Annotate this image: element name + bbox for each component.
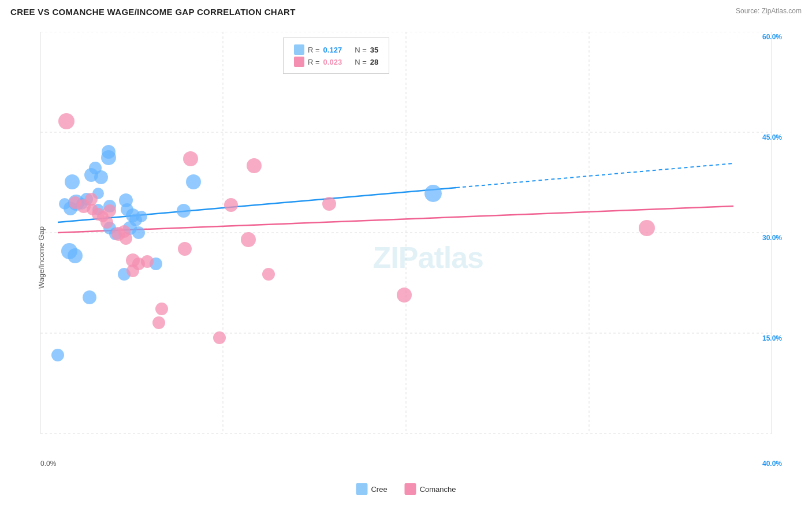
legend-box: R = 0.127 N = 35 R = 0.023 N = 28 (283, 38, 389, 74)
svg-point-52 (100, 216, 113, 229)
comanche-n-label: N = (355, 58, 367, 66)
legend-comanche-row: R = 0.023 N = 28 (294, 57, 378, 67)
svg-point-43 (51, 349, 64, 361)
cree-n-value: 35 (370, 46, 378, 54)
svg-line-11 (58, 206, 733, 233)
comanche-n-value: 28 (370, 58, 378, 66)
svg-point-62 (183, 151, 198, 166)
svg-line-12 (456, 163, 733, 188)
svg-point-67 (322, 197, 336, 211)
chart-title: CREE VS COMANCHE WAGE/INCOME GAP CORRELA… (10, 7, 296, 17)
legend-cree-row: R = 0.127 N = 35 (294, 44, 378, 55)
svg-point-69 (155, 303, 168, 315)
comanche-swatch (294, 57, 304, 67)
cree-r-value: 0.127 (323, 46, 342, 54)
cree-bottom-label: Cree (371, 485, 387, 494)
svg-point-60 (141, 255, 154, 268)
x-label-40: 40.0% (762, 460, 782, 468)
bottom-legend: Cree Comanche (356, 483, 456, 495)
svg-point-65 (247, 158, 262, 173)
svg-point-66 (262, 268, 275, 281)
svg-point-72 (639, 220, 655, 236)
x-label-0: 0.0% (40, 460, 56, 468)
chart-container: CREE VS COMANCHE WAGE/INCOME GAP CORRELA… (0, 0, 812, 515)
chart-svg (40, 32, 772, 447)
svg-point-48 (85, 193, 98, 206)
legend-cree-item: Cree (356, 483, 387, 495)
svg-point-23 (102, 145, 116, 159)
svg-point-31 (136, 211, 147, 222)
svg-point-35 (132, 226, 145, 239)
comanche-bottom-label: Comanche (420, 485, 456, 494)
svg-point-36 (177, 204, 191, 218)
source-text: Source: ZipAtlas.com (736, 7, 802, 15)
svg-point-61 (178, 242, 192, 256)
svg-point-63 (224, 198, 238, 212)
comanche-r-label: R = (308, 58, 320, 66)
svg-point-45 (58, 113, 75, 129)
svg-point-44 (424, 185, 442, 202)
svg-point-70 (152, 316, 165, 329)
svg-point-18 (65, 174, 80, 189)
svg-point-71 (213, 331, 226, 344)
svg-line-10 (58, 188, 456, 222)
cree-swatch (294, 44, 304, 55)
comanche-r-value: 0.023 (323, 58, 342, 66)
svg-point-64 (241, 232, 256, 247)
svg-point-42 (83, 290, 96, 304)
svg-point-53 (103, 204, 116, 217)
svg-point-56 (120, 232, 132, 245)
svg-point-39 (68, 248, 83, 263)
legend-comanche-item: Comanche (405, 483, 456, 495)
cree-n-label: N = (355, 46, 367, 54)
svg-point-37 (186, 174, 201, 189)
cree-r-label: R = (308, 46, 320, 54)
comanche-bottom-swatch (405, 483, 416, 495)
svg-point-68 (397, 288, 412, 303)
cree-bottom-swatch (356, 483, 367, 495)
svg-point-21 (94, 170, 108, 184)
